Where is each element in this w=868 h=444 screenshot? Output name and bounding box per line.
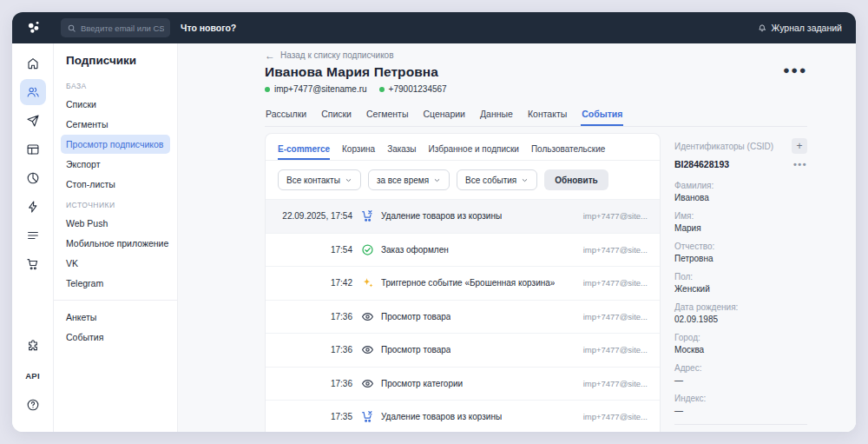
- rail-item[interactable]: [20, 79, 46, 105]
- more-horizontal-icon[interactable]: ●●●: [783, 64, 807, 76]
- event-list: 22.09.2025, 17:54 Удаление товаров из ко…: [266, 199, 660, 432]
- sidebar-item[interactable]: События: [61, 328, 170, 347]
- tab-label: Сегменты: [366, 109, 408, 119]
- rail-item[interactable]: [20, 136, 46, 162]
- sidebar-item[interactable]: Анкеты: [61, 308, 170, 327]
- event-time: 17:42: [278, 278, 352, 288]
- refresh-button[interactable]: Обновить: [544, 169, 608, 190]
- cart-remove-icon: [361, 410, 374, 423]
- contact-item[interactable]: imp+7477@sitename.ru: [265, 84, 367, 94]
- event-category-tab[interactable]: E-commerce: [278, 137, 330, 160]
- search-input[interactable]: [61, 18, 170, 37]
- filter-label: Все события: [465, 176, 516, 185]
- event-contact[interactable]: imp+7477@site...: [576, 278, 648, 288]
- page-title: Иванова Мария Петровна: [265, 64, 438, 80]
- rail-bottom-item[interactable]: API: [20, 362, 46, 388]
- event-row[interactable]: 17:36 Просмотр товара imp+7477@site...: [266, 333, 660, 367]
- icon-rail: API: [12, 43, 54, 432]
- search-icon: [67, 23, 76, 33]
- rail-item[interactable]: [20, 108, 46, 134]
- status-dot-icon: [265, 87, 270, 92]
- filter-dropdown[interactable]: Все события: [457, 169, 537, 190]
- profile-tab[interactable]: Сценарии: [422, 104, 466, 126]
- sidebar-item[interactable]: Списки: [61, 95, 170, 114]
- event-contact[interactable]: imp+7477@site...: [576, 412, 648, 421]
- check-circle-icon: [361, 243, 374, 256]
- tab-label: События: [582, 109, 622, 119]
- sidebar-item-label: Анкеты: [66, 312, 96, 322]
- sidebar-item-label: Telegram: [66, 278, 103, 288]
- sidebar-item[interactable]: Web Push: [61, 214, 170, 233]
- profile-field: Имя: Мария: [674, 211, 807, 234]
- field-label: Фамилия:: [674, 181, 807, 191]
- filter-label: Все контакты: [286, 176, 340, 185]
- sidebar-item[interactable]: VK: [61, 254, 170, 273]
- sidebar-item[interactable]: Telegram: [61, 274, 170, 293]
- plus-icon[interactable]: +: [792, 138, 807, 154]
- identifier-row: BI284628193 •••: [674, 159, 807, 169]
- sidebar-item[interactable]: [54, 300, 177, 301]
- profile-tab[interactable]: Сегменты: [365, 104, 409, 126]
- event-row[interactable]: 17:36 Просмотр товара imp+7477@site...: [266, 300, 660, 334]
- event-category-tab[interactable]: Корзина: [342, 137, 375, 160]
- event-row[interactable]: 17:42 Триггерное событие «Брошенная корз…: [266, 266, 660, 300]
- more-horizontal-icon[interactable]: •••: [793, 160, 807, 169]
- event-row[interactable]: 17:54 Заказ оформлен imp+7477@site...: [266, 233, 660, 267]
- profile-tab[interactable]: Списки: [320, 104, 352, 126]
- main-area: ← Назад к списку подписчиков Иванова Мар…: [178, 43, 856, 432]
- title-row: Иванова Мария Петровна ●●●: [265, 64, 807, 80]
- sidebar-item[interactable]: БАЗА: [61, 76, 170, 94]
- tab-label: Рассылки: [266, 109, 306, 119]
- rail-item[interactable]: [20, 50, 46, 76]
- filter-dropdown[interactable]: Все контакты: [278, 169, 361, 190]
- field-value: Женский: [674, 284, 807, 295]
- sidebar-item[interactable]: Просмотр подписчиков: [61, 135, 170, 154]
- event-row[interactable]: 17:36 Просмотр категории imp+7477@site..…: [266, 367, 660, 401]
- filter-dropdown[interactable]: за все время: [368, 169, 450, 190]
- rail-item[interactable]: [20, 194, 46, 220]
- sidebar-item[interactable]: ИСТОЧНИКИ: [61, 195, 170, 213]
- task-journal-button[interactable]: Журнал заданий: [757, 23, 842, 33]
- filters-bar: Все контакты за все время Вс: [266, 161, 660, 199]
- event-time: 17:36: [278, 379, 352, 388]
- profile-tab[interactable]: Данные: [479, 104, 514, 126]
- search-field[interactable]: [81, 23, 164, 33]
- event-contact[interactable]: imp+7477@site...: [576, 312, 648, 321]
- sidebar-item[interactable]: Стоп-листы: [61, 175, 170, 194]
- tab-label: Избранное и подписки: [429, 144, 519, 154]
- profile-field: Индекс: —: [674, 394, 807, 416]
- field-label: Индекс:: [674, 394, 807, 404]
- rail-bottom-item[interactable]: [20, 333, 46, 359]
- event-row[interactable]: 17:35 Удаление товаров из корзины imp+74…: [266, 400, 660, 432]
- field-value: Петровна: [674, 254, 807, 264]
- profile-tab[interactable]: События: [581, 104, 623, 126]
- event-contact[interactable]: imp+7477@site...: [576, 379, 648, 388]
- rail-item[interactable]: [20, 222, 46, 249]
- event-contact[interactable]: imp+7477@site...: [576, 345, 648, 355]
- contact-item[interactable]: +79001234567: [379, 84, 447, 94]
- event-category-tab[interactable]: Пользовательские: [531, 137, 605, 160]
- event-category-tab[interactable]: Избранное и подписки: [429, 137, 519, 160]
- sidebar-item[interactable]: Мобильное приложение: [61, 234, 170, 253]
- help-icon: [26, 398, 40, 412]
- zap-icon: [26, 200, 40, 214]
- profile-field: Адрес: —: [674, 363, 807, 386]
- rail-item[interactable]: [20, 251, 46, 277]
- rail-item[interactable]: [20, 165, 46, 191]
- event-row[interactable]: 22.09.2025, 17:54 Удаление товаров из ко…: [266, 199, 660, 233]
- back-link[interactable]: ← Назад к списку подписчиков: [265, 50, 394, 60]
- rail-bottom-item[interactable]: [20, 392, 46, 418]
- event-time: 17:36: [278, 312, 352, 321]
- profile-tab[interactable]: Рассылки: [265, 104, 307, 126]
- sidebar-item[interactable]: Экспорт: [61, 155, 170, 174]
- profile-tab[interactable]: Контакты: [527, 104, 568, 126]
- sidebar-item-label: VK: [66, 258, 78, 268]
- whats-new-link[interactable]: Что нового?: [181, 23, 236, 33]
- event-time: 17:35: [278, 412, 352, 421]
- event-contact[interactable]: imp+7477@site...: [576, 245, 648, 255]
- puzzle-icon: [26, 339, 40, 353]
- event-category-tab[interactable]: Заказы: [387, 137, 416, 160]
- logo-dots-icon[interactable]: [24, 19, 43, 36]
- sidebar-item[interactable]: Сегменты: [61, 115, 170, 134]
- event-contact[interactable]: imp+7477@site...: [576, 211, 648, 221]
